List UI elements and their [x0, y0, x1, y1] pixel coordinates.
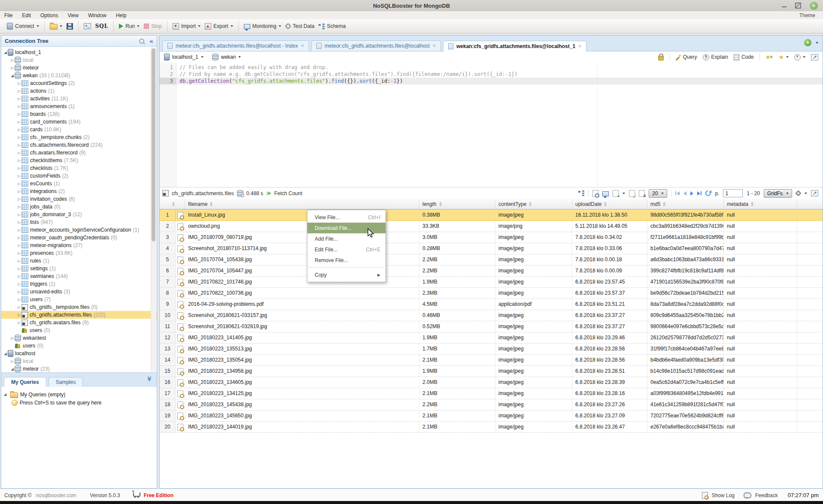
- tree-expander[interactable]: ▷: [17, 305, 21, 309]
- close-tab-icon[interactable]: ×: [301, 43, 304, 49]
- favorites-button[interactable]: ★: [779, 54, 789, 60]
- table-row[interactable]: 7IMG_20170822_101746.jpg1.9MBimage/jpeg6…: [160, 277, 823, 288]
- tree-item[interactable]: ▷ cfs_gridfs._tempstore.files (0): [1, 303, 157, 311]
- tree-item[interactable]: ▷ card_comments (194): [1, 118, 157, 126]
- close-button[interactable]: ×: [810, 2, 818, 10]
- tree-item[interactable]: ▷ jobs_dominator_3 (12): [1, 211, 157, 218]
- sql-button[interactable]: SQL: [95, 23, 109, 29]
- close-tab-icon[interactable]: ×: [578, 43, 581, 49]
- editor-tab[interactable]: meteor:cfs_gridfs.attachments.files@loca…: [311, 40, 441, 51]
- table-row[interactable]: 19IMG_20180223_145650.jpg2.1MBimage/jpeg…: [160, 410, 823, 422]
- add-favorite-star-icon[interactable]: ★+: [765, 54, 773, 60]
- view-file-icon[interactable]: [177, 424, 183, 431]
- query-editor[interactable]: 123 // Files can be added easily with dr…: [160, 63, 823, 187]
- chevron-down-icon[interactable]: [137, 25, 140, 27]
- column-header-length[interactable]: length: [419, 199, 495, 209]
- table-row[interactable]: 12IMG_20180223_141405.jpg1.9MBimage/jpeg…: [160, 332, 823, 344]
- code-line[interactable]: db.getCollection("cfs_gridfs.attachments…: [176, 78, 823, 85]
- tab-samples[interactable]: Samples: [49, 377, 83, 387]
- tree-expander[interactable]: ▷: [17, 236, 21, 240]
- menu-item[interactable]: File: [4, 12, 12, 18]
- tree-item[interactable]: ▷ unsaved-edits (3): [1, 288, 157, 296]
- table-row[interactable]: 1Install_Linux.jpg0.38MBimage/jpeg16.11.…: [160, 209, 823, 221]
- tree-item[interactable]: ▷ triggers (1): [1, 280, 157, 288]
- tree-item[interactable]: ▷ invitation_codes (6): [1, 195, 157, 203]
- tree-item[interactable]: ▷ local: [1, 56, 157, 64]
- tree-item[interactable]: ▷ presences (33.6K): [1, 249, 157, 257]
- tree-expander[interactable]: ◢: [3, 352, 8, 356]
- monitor-view-icon[interactable]: [602, 191, 609, 196]
- column-header-filename[interactable]: filename: [185, 199, 419, 209]
- view-file-icon[interactable]: [177, 346, 183, 353]
- tree-item[interactable]: ▷ meteor-migrations (27): [1, 241, 157, 249]
- next-page-button[interactable]: [690, 191, 693, 196]
- context-menu-item[interactable]: Remove File... ▶: [307, 255, 386, 266]
- tree-item[interactable]: ◢ meteor (23): [1, 365, 157, 372]
- tree-expander[interactable]: ▷: [17, 251, 21, 255]
- view-file-icon[interactable]: [177, 368, 183, 375]
- tree-item[interactable]: ◢ wekan (33 | 0.21GB): [1, 72, 157, 79]
- edition-label[interactable]: Free Edition: [144, 492, 173, 498]
- chevron-down-icon[interactable]: [60, 25, 62, 27]
- tree-item[interactable]: ▷ cfs_gridfs.attachments.files (222): [1, 311, 157, 319]
- table-row[interactable]: 5IMG_20170704_105438.jpg2.2MBimage/jpeg7…: [160, 254, 823, 266]
- lock-icon[interactable]: [658, 56, 664, 60]
- view-file-icon[interactable]: [177, 301, 183, 308]
- tree-expander[interactable]: ▷: [17, 228, 21, 232]
- export-button[interactable]: Export: [205, 23, 233, 30]
- settings-gear-icon[interactable]: [796, 191, 801, 196]
- tree-expander[interactable]: ▷: [17, 213, 21, 217]
- tree-expander[interactable]: ▷: [17, 151, 21, 155]
- breadcrumb-connection[interactable]: localhost_1: [164, 54, 203, 60]
- edit-document-icon[interactable]: [629, 190, 635, 197]
- tree-item[interactable]: ▷ lists (947): [1, 218, 157, 226]
- collapse-queries-icon[interactable]: ≫: [147, 376, 153, 382]
- context-menu-item[interactable]: ▶: [309, 267, 384, 268]
- run-button[interactable]: Run: [119, 23, 140, 29]
- tree-item[interactable]: ▷ meteor_accounts_loginServiceConfigurat…: [1, 226, 157, 234]
- code-line[interactable]: // Files can be added easily with drag a…: [176, 64, 823, 71]
- column-header-contentType[interactable]: contentType: [495, 199, 572, 209]
- tree-item[interactable]: ▷ actions (1): [1, 87, 157, 95]
- tree-expander[interactable]: ▷: [10, 336, 15, 340]
- menu-item[interactable]: View: [67, 12, 79, 18]
- connect-button[interactable]: Connect: [7, 23, 39, 30]
- tree-item[interactable]: ▷ rules (1): [1, 257, 157, 265]
- table-row[interactable]: 4Screenshot_20180710-113714.jpg0.28MBima…: [160, 243, 823, 254]
- tree-expander[interactable]: ▷: [17, 166, 21, 170]
- prev-page-button[interactable]: [683, 191, 686, 196]
- save-button[interactable]: [67, 23, 73, 30]
- site-label[interactable]: nosqlbooster.com: [36, 492, 76, 498]
- minimize-button[interactable]: [782, 6, 787, 7]
- view-file-icon[interactable]: [177, 335, 183, 341]
- shell-button[interactable]: >_: [84, 23, 91, 29]
- feedback-icon[interactable]: [744, 492, 751, 498]
- view-file-icon[interactable]: [177, 401, 183, 408]
- view-file-icon[interactable]: [177, 268, 183, 275]
- table-row[interactable]: 3IMG_20180709_080719.jpg3.0MBimage/jpeg7…: [160, 232, 823, 243]
- tree-item[interactable]: ▷ activities (11.1K): [1, 95, 157, 103]
- tree-item[interactable]: ▷ boards (138): [1, 110, 157, 118]
- tree-expander[interactable]: ▷: [17, 159, 21, 163]
- tree-item[interactable]: ▷ meteor_oauth_pendingCredentials (0): [1, 234, 157, 241]
- table-row[interactable]: 6IMG_20170704_105447.jpg2.2MBimage/jpeg7…: [160, 266, 823, 277]
- first-page-button[interactable]: [675, 191, 680, 196]
- tree-expander[interactable]: ▷: [17, 259, 21, 263]
- table-row[interactable]: 17IMG_20180223_134125.jpg2.1MBimage/jpeg…: [160, 388, 823, 399]
- table-row[interactable]: 13IMG_20180223_135513.jpg1.7MBimage/jpeg…: [160, 344, 823, 355]
- chevron-down-icon[interactable]: [238, 56, 241, 58]
- table-row[interactable]: 2owncloud.png33.3KBimage/png5.11.2018 kl…: [160, 221, 823, 232]
- tree-expander[interactable]: ▷: [10, 359, 15, 363]
- collapse-panel-icon[interactable]: «: [149, 39, 153, 43]
- theme-menu-item[interactable]: Theme: [799, 12, 815, 18]
- view-file-icon[interactable]: [177, 245, 183, 252]
- tree-expander[interactable]: ▷: [17, 205, 21, 209]
- view-file-icon[interactable]: [177, 323, 183, 330]
- tree-expander[interactable]: ▷: [17, 190, 21, 193]
- tree-item[interactable]: ▷ local: [1, 357, 157, 365]
- tree-expander[interactable]: ▷: [17, 275, 21, 278]
- view-file-icon[interactable]: [177, 413, 183, 419]
- tree-expander[interactable]: ◢: [10, 367, 15, 371]
- table-row[interactable]: 8IMG_20170822_100736.jpg2.3MBimage/jpeg6…: [160, 288, 823, 299]
- maximize-button[interactable]: [795, 3, 801, 9]
